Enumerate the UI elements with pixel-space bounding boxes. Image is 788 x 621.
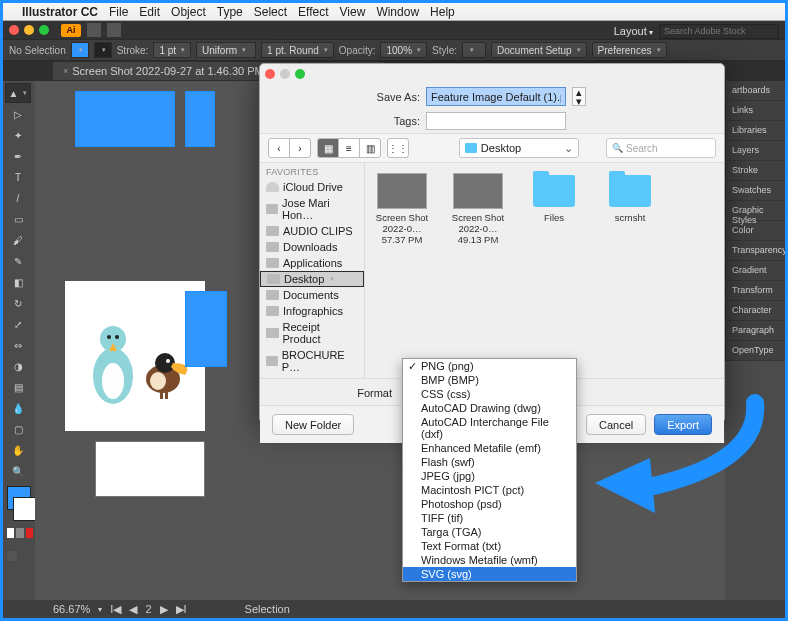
sidebar-item[interactable]: Documents	[260, 287, 364, 303]
format-option[interactable]: JPEG (jpg)	[403, 469, 576, 483]
hand-tool[interactable]: ✋	[5, 440, 31, 460]
save-as-input[interactable]	[426, 87, 566, 106]
sidebar-item[interactable]: Receipt Product	[260, 319, 364, 347]
file-item[interactable]: scrnsht	[601, 173, 659, 224]
maximize-window[interactable]	[39, 25, 49, 35]
expand-toggle[interactable]: ▴▾	[572, 87, 586, 106]
panel-tab[interactable]: Paragraph	[726, 321, 785, 341]
stroke-swatch[interactable]	[94, 42, 112, 58]
stroke-color[interactable]	[13, 497, 37, 521]
sidebar-item[interactable]: AUDIO CLIPS	[260, 223, 364, 239]
panel-tab[interactable]: Gradient	[726, 261, 785, 281]
dialog-zoom[interactable]	[295, 69, 305, 79]
format-option[interactable]: Targa (TGA)	[403, 525, 576, 539]
menu-effect[interactable]: Effect	[298, 5, 328, 19]
group-button[interactable]: ⋮⋮	[387, 138, 409, 158]
sidebar-item[interactable]: Applications	[260, 255, 364, 271]
view-list[interactable]: ≡	[338, 138, 360, 158]
type-tool[interactable]: T	[5, 167, 31, 187]
bridge-icon[interactable]	[87, 23, 101, 37]
back-button[interactable]: ‹	[268, 138, 290, 158]
panel-tab[interactable]: Layers	[726, 141, 785, 161]
file-browser[interactable]: Screen Shot 2022-0…57.37 PMScreen Shot 2…	[365, 163, 724, 378]
dialog-close[interactable]	[265, 69, 275, 79]
format-option[interactable]: Macintosh PICT (pct)	[403, 483, 576, 497]
panel-tab[interactable]: Color	[726, 221, 785, 241]
artboard-number[interactable]: 2	[145, 603, 151, 615]
sidebar-item[interactable]: Desktop	[260, 271, 364, 287]
panel-tab[interactable]: Transparency	[726, 241, 785, 261]
stroke-weight[interactable]: 1 pt	[153, 42, 191, 58]
brush-def[interactable]: 1 pt. Round	[261, 42, 334, 58]
menu-object[interactable]: Object	[171, 5, 206, 19]
panel-tab[interactable]: artboards	[726, 81, 785, 101]
format-option[interactable]: Flash (swf)	[403, 455, 576, 469]
sidebar-item[interactable]: Jose Mari Hon…	[260, 195, 364, 223]
menu-edit[interactable]: Edit	[139, 5, 160, 19]
panel-tab[interactable]: Swatches	[726, 181, 785, 201]
view-columns[interactable]: ▥	[359, 138, 381, 158]
format-option[interactable]: Enhanced Metafile (emf)	[403, 441, 576, 455]
menu-help[interactable]: Help	[430, 5, 455, 19]
gradient-tool[interactable]: ▤	[5, 377, 31, 397]
fill-swatch[interactable]	[71, 42, 89, 58]
format-option[interactable]: AutoCAD Drawing (dwg)	[403, 401, 576, 415]
menu-window[interactable]: Window	[376, 5, 419, 19]
arrange-icon[interactable]	[107, 23, 121, 37]
file-item[interactable]: Files	[525, 173, 583, 224]
menu-select[interactable]: Select	[254, 5, 287, 19]
sidebar-item[interactable]: Infographics	[260, 303, 364, 319]
workspace-switcher[interactable]: Layout	[614, 25, 653, 37]
nav-prev-icon[interactable]: ◀	[129, 603, 137, 616]
pencil-tool[interactable]: ✎	[5, 251, 31, 271]
sidebar-item[interactable]: BROCHURE P…	[260, 347, 364, 375]
screen-mode[interactable]	[7, 551, 17, 561]
direct-select-tool[interactable]: ▷	[5, 104, 31, 124]
eraser-tool[interactable]: ◧	[5, 272, 31, 292]
cancel-button[interactable]: Cancel	[586, 414, 646, 435]
doc-setup-button[interactable]: Document Setup	[491, 42, 587, 58]
rectangle-tool[interactable]: ▭	[5, 209, 31, 229]
scale-tool[interactable]: ⤢	[5, 314, 31, 334]
pen-tool[interactable]: ✒	[5, 146, 31, 166]
format-option[interactable]: TIFF (tif)	[403, 511, 576, 525]
selection-tool[interactable]: ▲	[5, 83, 31, 103]
format-option[interactable]: BMP (BMP)	[403, 373, 576, 387]
format-option[interactable]: PNG (png)	[403, 359, 576, 373]
menu-type[interactable]: Type	[217, 5, 243, 19]
opacity-input[interactable]: 100%	[380, 42, 427, 58]
color-mode[interactable]	[7, 528, 14, 538]
format-option[interactable]: Text Format (txt)	[403, 539, 576, 553]
panel-tab[interactable]: Stroke	[726, 161, 785, 181]
forward-button[interactable]: ›	[289, 138, 311, 158]
file-item[interactable]: Screen Shot 2022-0…49.13 PM	[449, 173, 507, 246]
stock-search[interactable]: Search Adobe Stock	[659, 24, 779, 39]
nav-last-icon[interactable]: ▶I	[176, 603, 187, 616]
zoom-tool[interactable]: 🔍	[5, 461, 31, 481]
style-select[interactable]	[462, 42, 486, 58]
close-icon[interactable]: ×	[63, 66, 68, 76]
nav-next-icon[interactable]: ▶	[160, 603, 168, 616]
format-option[interactable]: SVG (svg)	[403, 567, 576, 581]
sidebar-item[interactable]: iCloud Drive	[260, 179, 364, 195]
brush-tool[interactable]: 🖌	[5, 230, 31, 250]
artboard-tool[interactable]: ▢	[5, 419, 31, 439]
menu-file[interactable]: File	[109, 5, 128, 19]
format-option[interactable]: Windows Metafile (wmf)	[403, 553, 576, 567]
dialog-search[interactable]: Search	[606, 138, 716, 158]
sidebar-item[interactable]: Downloads	[260, 239, 364, 255]
none-mode[interactable]	[26, 528, 33, 538]
rotate-tool[interactable]: ↻	[5, 293, 31, 313]
close-window[interactable]	[9, 25, 19, 35]
panel-tab[interactable]: Graphic Styles	[726, 201, 785, 221]
menu-app[interactable]: Illustrator CC	[22, 5, 98, 19]
gradient-mode[interactable]	[16, 528, 23, 538]
export-button[interactable]: Export	[654, 414, 712, 435]
panel-tab[interactable]: OpenType	[726, 341, 785, 361]
view-icons[interactable]: ▦	[317, 138, 339, 158]
eyedropper-tool[interactable]: 💧	[5, 398, 31, 418]
sidebar-item[interactable]: NEWSLETTER…	[260, 375, 364, 378]
panel-tab[interactable]: Transform	[726, 281, 785, 301]
menu-view[interactable]: View	[340, 5, 366, 19]
width-tool[interactable]: ⇔	[5, 335, 31, 355]
